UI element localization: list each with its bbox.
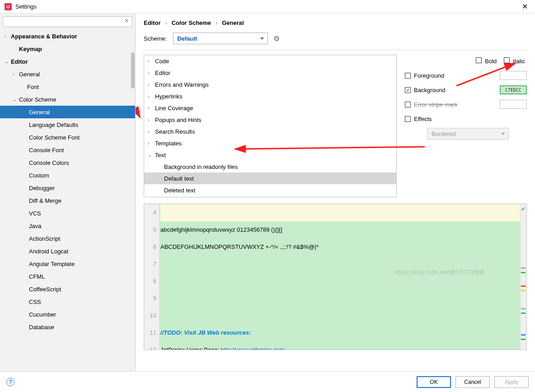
crumb-general: General bbox=[222, 19, 244, 26]
tree-editor[interactable]: ⌄Editor bbox=[0, 55, 135, 68]
main: Editor › Color Scheme › General Scheme: … bbox=[136, 14, 535, 371]
preview-editor[interactable]: 456 789 101112 abcdefghijklmnopqrstuvwxy… bbox=[144, 204, 527, 350]
search-clear-icon[interactable]: ✕ bbox=[124, 18, 129, 24]
cat-editor[interactable]: ›Editor bbox=[144, 67, 396, 79]
tree-debugger[interactable]: Debugger bbox=[0, 182, 135, 194]
crumb-editor[interactable]: Editor bbox=[144, 19, 161, 26]
cat-code[interactable]: ›Code bbox=[144, 55, 396, 67]
ok-button[interactable]: OK bbox=[417, 376, 451, 388]
opt-effects[interactable]: Effects bbox=[405, 112, 527, 126]
opt-foreground[interactable]: Foreground bbox=[405, 68, 527, 83]
app-icon: IJ bbox=[5, 3, 12, 10]
opt-italic[interactable]: Italic bbox=[504, 57, 525, 65]
tree-vcs[interactable]: VCS bbox=[0, 207, 135, 219]
cat-hyperlinks[interactable]: ›Hyperlinks bbox=[144, 90, 396, 102]
markers-gutter: ✔ bbox=[520, 204, 526, 350]
detail-row: ›Code ›Editor ›Errors and Warnings ›Hype… bbox=[144, 55, 527, 197]
tree-cucumber[interactable]: Cucumber bbox=[0, 308, 135, 321]
tree-general[interactable]: ›General bbox=[0, 68, 135, 80]
apply-button[interactable]: Apply bbox=[494, 376, 529, 388]
content: ✕ ›Appearance & Behavior Keymap ⌄Editor … bbox=[0, 14, 535, 371]
cat-search-results[interactable]: ›Search Results bbox=[144, 126, 396, 137]
cat-bg-readonly[interactable]: Background in readonly files bbox=[144, 161, 396, 173]
titlebar: IJ Settings ✕ bbox=[0, 0, 535, 14]
code: abcdefghijklmnopqrstuvwxyz 0123456789 ()… bbox=[160, 204, 526, 350]
tree-angular-template[interactable]: Angular Template bbox=[0, 257, 135, 270]
gutter: 456 789 101112 bbox=[144, 204, 160, 350]
cat-errors[interactable]: ›Errors and Warnings bbox=[144, 79, 396, 90]
cat-popups[interactable]: ›Popups and Hints bbox=[144, 114, 396, 126]
options-panel: Bold Italic Foreground BackgroundC7EDCC … bbox=[405, 55, 527, 197]
tree-color-scheme[interactable]: ⌄Color Scheme bbox=[0, 93, 135, 106]
cat-deleted-text[interactable]: Deleted text bbox=[144, 184, 396, 196]
crumb-color-scheme[interactable]: Color Scheme bbox=[172, 19, 211, 26]
tree-java[interactable]: Java bbox=[0, 219, 135, 232]
cancel-button[interactable]: Cancel bbox=[455, 376, 490, 388]
tree-keymap[interactable]: Keymap bbox=[0, 42, 135, 55]
tree-css[interactable]: CSS bbox=[0, 295, 135, 308]
code-line: JetBrains Home Page: http://www.jetbrain… bbox=[160, 346, 285, 350]
code-line: abcdefghijklmnopqrstuvwxyz 0123456789 ()… bbox=[160, 226, 282, 233]
svg-line-0 bbox=[136, 45, 140, 117]
sidebar: ✕ ›Appearance & Behavior Keymap ⌄Editor … bbox=[0, 14, 136, 371]
scheme-select[interactable]: Default bbox=[173, 33, 268, 44]
help-icon[interactable]: ? bbox=[6, 378, 14, 386]
tree-lang-defaults[interactable]: Language Defaults bbox=[0, 118, 135, 131]
crumb-sep: › bbox=[165, 19, 167, 26]
scrollbar-thumb[interactable] bbox=[131, 52, 135, 89]
cat-templates[interactable]: ›Templates bbox=[144, 137, 396, 149]
opt-background[interactable]: BackgroundC7EDCC bbox=[405, 83, 527, 97]
cat-default-text[interactable]: Default text bbox=[144, 173, 396, 184]
tree-font[interactable]: Font bbox=[0, 80, 135, 93]
tree-cs-font[interactable]: Color Scheme Font bbox=[0, 131, 135, 144]
window-title: Settings bbox=[15, 3, 519, 10]
breadcrumb: Editor › Color Scheme › General bbox=[144, 19, 527, 26]
opt-bold[interactable]: Bold bbox=[476, 57, 497, 65]
background-swatch[interactable]: C7EDCC bbox=[500, 85, 527, 94]
divider bbox=[144, 50, 527, 50]
tree-console-colors[interactable]: Console Colors bbox=[0, 156, 135, 169]
code-todo: //TODO: Visit JB Web resources: bbox=[160, 329, 251, 336]
code-line: ABCDEFGHIJKLMNOPQRSTUVWXYZ +-*/= .,;:!? … bbox=[160, 243, 319, 250]
cat-text[interactable]: ⌄Text bbox=[144, 149, 396, 161]
search-wrap: ✕ bbox=[0, 14, 135, 30]
scheme-label: Scheme: bbox=[144, 35, 167, 42]
tree-appearance[interactable]: ›Appearance & Behavior bbox=[0, 30, 135, 42]
crumb-sep: › bbox=[216, 19, 217, 26]
close-icon[interactable]: ✕ bbox=[519, 2, 530, 11]
search-input[interactable] bbox=[3, 16, 132, 27]
effects-dropdown[interactable]: Bordered bbox=[427, 128, 509, 140]
foreground-swatch[interactable] bbox=[500, 71, 527, 80]
tree-console-font[interactable]: Console Font bbox=[0, 144, 135, 156]
tree-custom[interactable]: Custom bbox=[0, 169, 135, 182]
opt-error-stripe[interactable]: Error stripe mark bbox=[405, 97, 527, 112]
footer: ? OK Cancel Apply bbox=[0, 371, 535, 392]
tree-cs-general[interactable]: General bbox=[0, 106, 135, 118]
tree-coffeescript[interactable]: CoffeeScript bbox=[0, 283, 135, 295]
settings-tree[interactable]: ›Appearance & Behavior Keymap ⌄Editor ›G… bbox=[0, 30, 135, 371]
gear-icon[interactable]: ⚙ bbox=[273, 34, 280, 43]
inspection-ok-icon: ✔ bbox=[521, 206, 526, 212]
category-list[interactable]: ›Code ›Editor ›Errors and Warnings ›Hype… bbox=[144, 55, 397, 197]
tree-android-logcat[interactable]: Android Logcat bbox=[0, 245, 135, 257]
tree-diff-merge[interactable]: Diff & Merge bbox=[0, 194, 135, 207]
error-stripe-swatch[interactable] bbox=[500, 100, 527, 109]
tree-cfml[interactable]: CFML bbox=[0, 270, 135, 283]
tree-database[interactable]: Database bbox=[0, 321, 135, 333]
code-link[interactable]: http://www.jetbrains.com bbox=[221, 346, 285, 350]
tree-actionscript[interactable]: ActionScript bbox=[0, 232, 135, 245]
scheme-row: Scheme: Default ⚙ bbox=[144, 33, 527, 44]
cat-line-coverage[interactable]: ›Line Coverage bbox=[144, 102, 396, 114]
